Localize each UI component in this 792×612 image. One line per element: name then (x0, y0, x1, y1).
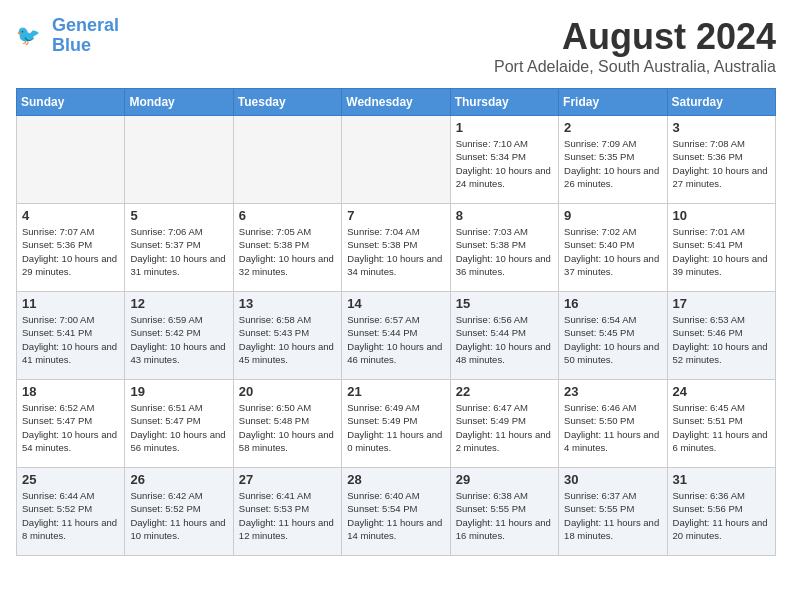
day-info: Sunrise: 6:44 AMSunset: 5:52 PMDaylight:… (22, 489, 119, 542)
calendar-table: SundayMondayTuesdayWednesdayThursdayFrid… (16, 88, 776, 556)
day-number: 8 (456, 208, 553, 223)
calendar-cell: 28Sunrise: 6:40 AMSunset: 5:54 PMDayligh… (342, 468, 450, 556)
calendar-cell: 22Sunrise: 6:47 AMSunset: 5:49 PMDayligh… (450, 380, 558, 468)
column-header-saturday: Saturday (667, 89, 775, 116)
calendar-cell: 4Sunrise: 7:07 AMSunset: 5:36 PMDaylight… (17, 204, 125, 292)
day-info: Sunrise: 7:03 AMSunset: 5:38 PMDaylight:… (456, 225, 553, 278)
day-info: Sunrise: 6:36 AMSunset: 5:56 PMDaylight:… (673, 489, 770, 542)
day-info: Sunrise: 6:47 AMSunset: 5:49 PMDaylight:… (456, 401, 553, 454)
day-info: Sunrise: 6:52 AMSunset: 5:47 PMDaylight:… (22, 401, 119, 454)
day-info: Sunrise: 7:07 AMSunset: 5:36 PMDaylight:… (22, 225, 119, 278)
location: Port Adelaide, South Australia, Australi… (494, 58, 776, 76)
calendar-cell: 1Sunrise: 7:10 AMSunset: 5:34 PMDaylight… (450, 116, 558, 204)
title-block: August 2024 Port Adelaide, South Austral… (494, 16, 776, 76)
month-year: August 2024 (494, 16, 776, 58)
day-number: 31 (673, 472, 770, 487)
calendar-week-1: 1Sunrise: 7:10 AMSunset: 5:34 PMDaylight… (17, 116, 776, 204)
day-number: 29 (456, 472, 553, 487)
day-info: Sunrise: 6:45 AMSunset: 5:51 PMDaylight:… (673, 401, 770, 454)
day-info: Sunrise: 6:40 AMSunset: 5:54 PMDaylight:… (347, 489, 444, 542)
day-info: Sunrise: 7:02 AMSunset: 5:40 PMDaylight:… (564, 225, 661, 278)
calendar-week-4: 18Sunrise: 6:52 AMSunset: 5:47 PMDayligh… (17, 380, 776, 468)
day-info: Sunrise: 6:54 AMSunset: 5:45 PMDaylight:… (564, 313, 661, 366)
calendar-cell: 5Sunrise: 7:06 AMSunset: 5:37 PMDaylight… (125, 204, 233, 292)
day-number: 6 (239, 208, 336, 223)
day-info: Sunrise: 6:50 AMSunset: 5:48 PMDaylight:… (239, 401, 336, 454)
day-info: Sunrise: 6:57 AMSunset: 5:44 PMDaylight:… (347, 313, 444, 366)
calendar-cell: 7Sunrise: 7:04 AMSunset: 5:38 PMDaylight… (342, 204, 450, 292)
calendar-cell: 13Sunrise: 6:58 AMSunset: 5:43 PMDayligh… (233, 292, 341, 380)
day-info: Sunrise: 7:01 AMSunset: 5:41 PMDaylight:… (673, 225, 770, 278)
day-number: 16 (564, 296, 661, 311)
day-number: 22 (456, 384, 553, 399)
day-number: 28 (347, 472, 444, 487)
column-header-sunday: Sunday (17, 89, 125, 116)
calendar-cell: 23Sunrise: 6:46 AMSunset: 5:50 PMDayligh… (559, 380, 667, 468)
day-number: 4 (22, 208, 119, 223)
day-number: 25 (22, 472, 119, 487)
day-number: 3 (673, 120, 770, 135)
day-info: Sunrise: 7:06 AMSunset: 5:37 PMDaylight:… (130, 225, 227, 278)
day-number: 10 (673, 208, 770, 223)
day-number: 13 (239, 296, 336, 311)
day-number: 2 (564, 120, 661, 135)
svg-text:🐦: 🐦 (16, 23, 41, 47)
calendar-cell: 3Sunrise: 7:08 AMSunset: 5:36 PMDaylight… (667, 116, 775, 204)
calendar-cell: 6Sunrise: 7:05 AMSunset: 5:38 PMDaylight… (233, 204, 341, 292)
day-info: Sunrise: 6:49 AMSunset: 5:49 PMDaylight:… (347, 401, 444, 454)
day-number: 26 (130, 472, 227, 487)
column-header-thursday: Thursday (450, 89, 558, 116)
calendar-cell (233, 116, 341, 204)
day-number: 20 (239, 384, 336, 399)
day-number: 11 (22, 296, 119, 311)
day-info: Sunrise: 7:04 AMSunset: 5:38 PMDaylight:… (347, 225, 444, 278)
logo-icon: 🐦 (16, 22, 48, 50)
day-number: 17 (673, 296, 770, 311)
day-number: 30 (564, 472, 661, 487)
day-number: 23 (564, 384, 661, 399)
day-info: Sunrise: 7:10 AMSunset: 5:34 PMDaylight:… (456, 137, 553, 190)
day-number: 9 (564, 208, 661, 223)
day-info: Sunrise: 6:38 AMSunset: 5:55 PMDaylight:… (456, 489, 553, 542)
logo-line2: Blue (52, 35, 91, 55)
calendar-cell: 20Sunrise: 6:50 AMSunset: 5:48 PMDayligh… (233, 380, 341, 468)
calendar-week-3: 11Sunrise: 7:00 AMSunset: 5:41 PMDayligh… (17, 292, 776, 380)
calendar-cell: 27Sunrise: 6:41 AMSunset: 5:53 PMDayligh… (233, 468, 341, 556)
day-info: Sunrise: 7:08 AMSunset: 5:36 PMDaylight:… (673, 137, 770, 190)
day-info: Sunrise: 6:41 AMSunset: 5:53 PMDaylight:… (239, 489, 336, 542)
day-info: Sunrise: 7:05 AMSunset: 5:38 PMDaylight:… (239, 225, 336, 278)
day-info: Sunrise: 6:58 AMSunset: 5:43 PMDaylight:… (239, 313, 336, 366)
day-info: Sunrise: 6:46 AMSunset: 5:50 PMDaylight:… (564, 401, 661, 454)
calendar-cell: 30Sunrise: 6:37 AMSunset: 5:55 PMDayligh… (559, 468, 667, 556)
day-number: 15 (456, 296, 553, 311)
calendar-cell (342, 116, 450, 204)
day-number: 7 (347, 208, 444, 223)
day-number: 24 (673, 384, 770, 399)
day-number: 1 (456, 120, 553, 135)
column-header-tuesday: Tuesday (233, 89, 341, 116)
calendar-cell (17, 116, 125, 204)
day-info: Sunrise: 7:09 AMSunset: 5:35 PMDaylight:… (564, 137, 661, 190)
day-number: 5 (130, 208, 227, 223)
calendar-cell: 8Sunrise: 7:03 AMSunset: 5:38 PMDaylight… (450, 204, 558, 292)
day-number: 12 (130, 296, 227, 311)
calendar-week-2: 4Sunrise: 7:07 AMSunset: 5:36 PMDaylight… (17, 204, 776, 292)
calendar-cell: 19Sunrise: 6:51 AMSunset: 5:47 PMDayligh… (125, 380, 233, 468)
calendar-cell: 29Sunrise: 6:38 AMSunset: 5:55 PMDayligh… (450, 468, 558, 556)
calendar-cell: 11Sunrise: 7:00 AMSunset: 5:41 PMDayligh… (17, 292, 125, 380)
calendar-cell: 17Sunrise: 6:53 AMSunset: 5:46 PMDayligh… (667, 292, 775, 380)
column-header-wednesday: Wednesday (342, 89, 450, 116)
day-info: Sunrise: 6:59 AMSunset: 5:42 PMDaylight:… (130, 313, 227, 366)
logo-line1: General (52, 15, 119, 35)
day-info: Sunrise: 6:51 AMSunset: 5:47 PMDaylight:… (130, 401, 227, 454)
day-info: Sunrise: 6:42 AMSunset: 5:52 PMDaylight:… (130, 489, 227, 542)
day-info: Sunrise: 7:00 AMSunset: 5:41 PMDaylight:… (22, 313, 119, 366)
calendar-cell: 24Sunrise: 6:45 AMSunset: 5:51 PMDayligh… (667, 380, 775, 468)
page-header: 🐦 General Blue August 2024 Port Adelaide… (16, 16, 776, 76)
calendar-cell: 10Sunrise: 7:01 AMSunset: 5:41 PMDayligh… (667, 204, 775, 292)
day-number: 27 (239, 472, 336, 487)
calendar-week-5: 25Sunrise: 6:44 AMSunset: 5:52 PMDayligh… (17, 468, 776, 556)
calendar-cell: 16Sunrise: 6:54 AMSunset: 5:45 PMDayligh… (559, 292, 667, 380)
calendar-cell: 9Sunrise: 7:02 AMSunset: 5:40 PMDaylight… (559, 204, 667, 292)
day-info: Sunrise: 6:37 AMSunset: 5:55 PMDaylight:… (564, 489, 661, 542)
